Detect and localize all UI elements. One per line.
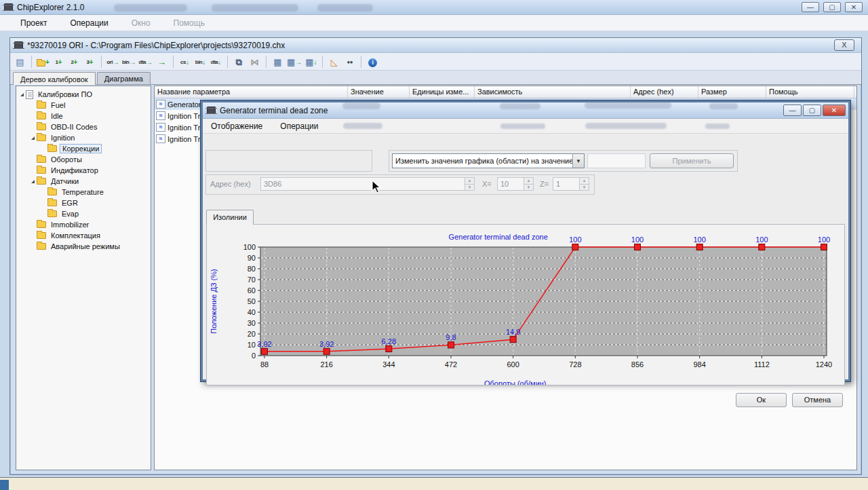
import-cs-icon[interactable]: cs↓ <box>178 55 192 69</box>
folder-icon <box>47 189 57 195</box>
tree-item-OBD-II Codes[interactable]: OBD-II Codes <box>16 121 151 132</box>
x-spinner[interactable]: 10 ▲▼ <box>497 177 534 191</box>
column-header[interactable]: Размер <box>698 86 766 98</box>
expander-icon[interactable] <box>31 136 35 140</box>
close-button[interactable]: ✕ <box>845 2 863 12</box>
tree-item-Коррекции[interactable]: Коррекции <box>16 143 151 154</box>
data-marker[interactable] <box>696 244 703 250</box>
data-marker[interactable] <box>262 348 268 354</box>
maximize-button[interactable]: ▢ <box>823 2 841 12</box>
tree-item-EGR[interactable]: EGR <box>16 197 151 208</box>
add-folder-icon[interactable]: + <box>36 55 50 69</box>
y-tick-label: 50 <box>248 297 256 305</box>
export-ori-icon[interactable]: ori→ <box>106 55 120 69</box>
tab-Диаграмма[interactable]: Диаграмма <box>97 72 151 84</box>
data-marker[interactable] <box>572 244 578 250</box>
add-layer3-icon[interactable]: 3+ <box>83 55 97 69</box>
ruler-icon[interactable]: ◺ <box>327 55 341 69</box>
table-icon[interactable]: ▦ <box>271 55 285 69</box>
ok-button[interactable]: Ок <box>736 393 787 407</box>
toolbar-separator <box>173 56 174 68</box>
run-export-icon[interactable]: → <box>155 55 169 69</box>
import-dta-icon[interactable]: dta↓ <box>209 55 223 69</box>
copy-pages-icon[interactable]: ⧉ <box>232 55 246 69</box>
point-value-label: 100 <box>818 235 830 244</box>
dialog-menu-Операции[interactable]: Операции <box>280 121 318 131</box>
tree-item-Fuel[interactable]: Fuel <box>16 100 151 111</box>
address-spinner[interactable]: 3D86 ▲▼ <box>260 177 475 191</box>
tree-item-label: Датчики <box>49 177 81 185</box>
ghost-artifact <box>342 102 380 109</box>
column-header[interactable]: Зависимость <box>475 86 631 98</box>
cancel-button[interactable]: Отмена <box>792 393 843 407</box>
z-spinner[interactable]: 1 ▲▼ <box>553 177 589 191</box>
dialog-close-button[interactable]: ✕ <box>823 105 846 116</box>
calibration-tree: Калибровки ПОFuelIdleOBD-II CodesIgnitio… <box>16 86 151 470</box>
folder-icon <box>37 134 46 141</box>
import-bin-icon[interactable]: bin↓ <box>193 55 208 69</box>
data-marker[interactable] <box>821 244 827 250</box>
taskbar-corner <box>0 480 9 490</box>
project-close-button[interactable]: X <box>834 39 854 51</box>
tree-item-Индификатор[interactable]: Индификатор <box>16 165 151 176</box>
menu-Проект[interactable]: Проект <box>20 18 47 28</box>
tree-item-label: EGR <box>60 199 80 207</box>
column-header[interactable]: Адрес (hex) <box>631 86 698 98</box>
tree-item-Idle[interactable]: Idle <box>16 111 151 121</box>
toolbar-separator <box>101 56 102 68</box>
parameter-chart-icon: ≈ <box>156 134 165 143</box>
menu-Окно: Окно <box>132 18 151 28</box>
parameter-name: Generator <box>167 100 201 109</box>
spinner-arrows-icon[interactable]: ▲▼ <box>524 178 533 190</box>
tree-item-Калибровки ПО[interactable]: Калибровки ПО <box>16 89 151 100</box>
export-bin-icon[interactable]: bin→ <box>121 55 137 69</box>
tab-Дерево калибровок[interactable]: Дерево калибровок <box>13 72 96 85</box>
column-header[interactable]: Единицы изме... <box>410 86 475 98</box>
tree-item-Аварийные режимы[interactable]: Аварийные режимы <box>16 241 151 252</box>
data-marker[interactable] <box>510 337 516 343</box>
project-toolbar: ▤+1+2+3+ori→bin→dta→→cs↓bin↓dta↓⧉⋈▦▦→▦↓◺… <box>10 53 861 71</box>
tab-isolines[interactable]: Изолинии <box>206 210 254 225</box>
binoculars-icon[interactable]: ●● <box>342 55 357 69</box>
data-marker[interactable] <box>759 244 765 250</box>
dialog-maximize-button[interactable]: ▢ <box>803 105 821 116</box>
table-export-icon[interactable]: ▦→ <box>286 55 302 69</box>
tree-item-Temperature[interactable]: Temperature <box>16 187 151 197</box>
column-header[interactable]: Название параметра <box>155 86 348 98</box>
export-dta-icon[interactable]: dta→ <box>138 55 154 69</box>
info-icon[interactable]: i <box>366 55 380 69</box>
menu-Операции[interactable]: Операции <box>71 18 108 28</box>
tree-item-Датчики[interactable]: Датчики <box>16 176 151 187</box>
table-import-icon[interactable]: ▦↓ <box>304 55 318 69</box>
data-marker[interactable] <box>635 244 641 250</box>
minimize-button[interactable]: — <box>802 2 819 12</box>
tree-item-Immobilizer[interactable]: Immobilizer <box>16 219 151 230</box>
dialog-menu-Отображение[interactable]: Отображение <box>211 121 262 131</box>
dialog-minimize-button[interactable]: — <box>783 105 802 116</box>
save-icon[interactable]: ▤ <box>13 55 27 69</box>
expander-icon[interactable] <box>20 93 24 96</box>
add-layer1-icon[interactable]: 1+ <box>52 55 66 69</box>
add-layer2-icon[interactable]: 2+ <box>67 55 81 69</box>
data-marker[interactable] <box>386 345 392 352</box>
merge-icon[interactable]: ⋈ <box>248 55 262 69</box>
spinner-arrows-icon[interactable]: ▲▼ <box>579 178 589 190</box>
graph-operation-combobox[interactable]: Изменить значения графика (области) на з… <box>392 153 585 168</box>
data-marker[interactable] <box>448 342 454 348</box>
tree-item-Ignition[interactable]: Ignition <box>16 132 151 143</box>
data-marker[interactable] <box>323 348 330 354</box>
dialog-button-row: Ок Отмена <box>203 393 843 408</box>
toolbar-separator <box>266 56 267 68</box>
point-value-label: 100 <box>631 235 644 244</box>
spinner-arrows-icon[interactable]: ▲▼ <box>465 178 474 190</box>
tree-item-Обороты[interactable]: Обороты <box>16 154 151 165</box>
tree-item-Evap[interactable]: Evap <box>16 208 151 219</box>
column-header[interactable]: Помощь <box>766 86 854 98</box>
expander-icon[interactable] <box>31 180 35 183</box>
line-chart[interactable]: 8821634447260072885698411121240010203040… <box>207 225 844 385</box>
chevron-down-icon[interactable]: ▼ <box>572 154 584 168</box>
value-input[interactable] <box>587 153 646 168</box>
column-header[interactable]: Значение <box>348 86 410 98</box>
apply-button[interactable]: Применить <box>650 153 734 168</box>
tree-item-Комплектация[interactable]: Комплектация <box>16 230 151 241</box>
